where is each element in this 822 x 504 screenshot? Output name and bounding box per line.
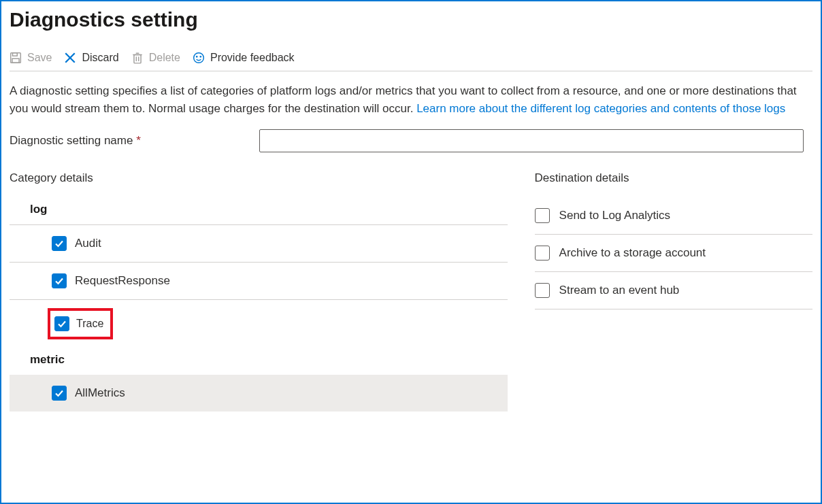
dest-label-storage: Archive to a storage account	[559, 246, 706, 260]
log-group-heading: log	[10, 197, 508, 225]
checkbox-allmetrics[interactable]	[52, 386, 67, 401]
svg-rect-2	[12, 58, 19, 63]
description-text: A diagnostic setting specifies a list of…	[10, 71, 812, 125]
page-title: Diagnostics setting	[10, 1, 812, 52]
learn-more-link[interactable]: Learn more about the different log categ…	[416, 102, 785, 115]
svg-rect-1	[13, 53, 18, 56]
log-label-requestresponse: RequestResponse	[75, 274, 170, 288]
dest-row-storage[interactable]: Archive to a storage account	[535, 235, 812, 272]
feedback-button[interactable]: Provide feedback	[193, 52, 295, 64]
save-button[interactable]: Save	[10, 52, 52, 64]
name-label-wrap: Diagnostic setting name *	[10, 134, 251, 148]
metric-group-heading: metric	[10, 348, 508, 375]
svg-point-12	[200, 56, 201, 57]
category-heading: Category details	[10, 171, 508, 185]
checkbox-eventhub[interactable]	[535, 283, 550, 298]
name-label: Diagnostic setting name	[10, 134, 133, 147]
delete-button[interactable]: Delete	[131, 52, 180, 64]
log-row-requestresponse[interactable]: RequestResponse	[10, 263, 508, 300]
trash-icon	[131, 52, 144, 64]
required-indicator: *	[136, 134, 141, 147]
log-label-trace: Trace	[76, 318, 103, 330]
name-input[interactable]	[259, 129, 804, 152]
svg-point-10	[194, 53, 204, 63]
svg-point-11	[196, 56, 197, 57]
save-icon	[10, 52, 22, 64]
name-field-row: Diagnostic setting name *	[10, 125, 812, 159]
checkbox-audit[interactable]	[52, 236, 67, 251]
dest-row-eventhub[interactable]: Stream to an event hub	[535, 272, 812, 309]
dest-label-loganalytics: Send to Log Analytics	[559, 209, 671, 222]
destination-heading: Destination details	[535, 171, 812, 185]
feedback-label: Provide feedback	[210, 52, 295, 64]
discard-button[interactable]: Discard	[64, 52, 118, 64]
checkbox-trace[interactable]	[54, 316, 69, 331]
log-label-audit: Audit	[75, 237, 101, 250]
close-icon	[64, 52, 76, 64]
checkbox-loganalytics[interactable]	[535, 208, 550, 223]
smiley-icon	[193, 52, 205, 64]
toolbar: Save Discard Delete Provide feedback	[10, 52, 812, 71]
save-label: Save	[27, 52, 52, 64]
metric-label-allmetrics: AllMetrics	[75, 386, 125, 400]
svg-rect-5	[134, 55, 141, 63]
checkbox-storage[interactable]	[535, 246, 550, 261]
discard-label: Discard	[82, 52, 118, 64]
metric-row-allmetrics[interactable]: AllMetrics	[10, 375, 508, 411]
checkbox-requestresponse[interactable]	[52, 273, 67, 288]
log-row-trace[interactable]: Trace	[10, 300, 508, 348]
log-row-audit[interactable]: Audit	[10, 225, 508, 263]
dest-label-eventhub: Stream to an event hub	[559, 284, 680, 297]
dest-row-loganalytics[interactable]: Send to Log Analytics	[535, 197, 812, 235]
highlight-box-trace: Trace	[48, 308, 113, 339]
delete-label: Delete	[149, 52, 180, 64]
